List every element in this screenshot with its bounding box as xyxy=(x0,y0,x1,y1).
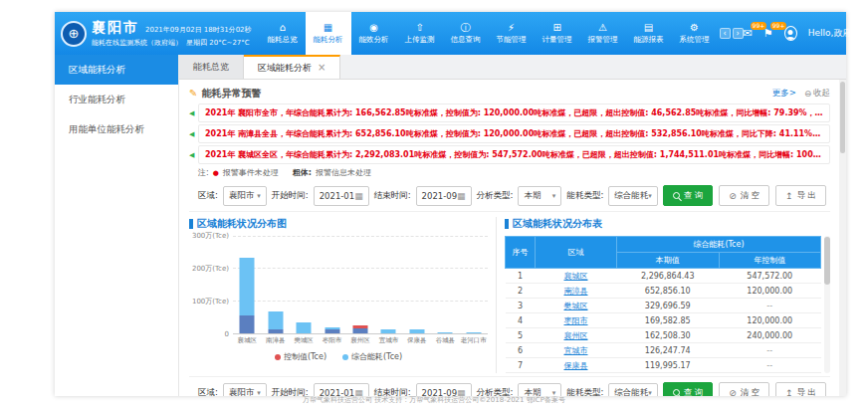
analysis-type-label: 分析类型: xyxy=(477,190,514,202)
bar-group xyxy=(460,236,488,333)
collapse-icon: ⊖ xyxy=(804,89,811,99)
cell-current-value: 329,696.59 xyxy=(617,299,720,313)
gauge-icon: ◉ xyxy=(369,23,378,33)
table-row: 3樊城区329,696.59-- xyxy=(506,299,821,313)
analysis-type-select[interactable]: 本期▾ xyxy=(518,186,561,206)
chart-legend: 控制值(Tce)综合能耗(Tce) xyxy=(189,351,488,362)
nav-item-label: 信息查询 xyxy=(451,35,481,45)
legend-item: 控制值(Tce) xyxy=(275,351,326,362)
cell-control-value: -- xyxy=(719,343,821,358)
region-link[interactable]: 樊城区 xyxy=(564,302,588,310)
table-row: 4枣阳市169,582.85120,000.00 xyxy=(506,313,821,328)
query-button[interactable]: 查 询 xyxy=(663,185,713,206)
region-link[interactable]: 宜城市 xyxy=(564,346,588,355)
region-link[interactable]: 保康县 xyxy=(564,361,588,370)
nav-item-info-query[interactable]: ⓘ信息查询 xyxy=(443,12,489,55)
clear-icon: ⊘ xyxy=(729,191,737,201)
content-scrollbar-thumb[interactable] xyxy=(840,82,845,153)
collapse-button[interactable]: ⊖ 收起 xyxy=(804,88,830,100)
cell-control-value: 240,000.00 xyxy=(719,328,821,343)
nav-item-efficiency-analysis[interactable]: ◉能效分析 xyxy=(351,12,397,55)
bar-segment xyxy=(409,329,424,333)
page: ⊕ 襄阳市 2021年09月02日 18时31分02秒 能耗在线监测系统（政府端… xyxy=(0,0,868,410)
clear-button[interactable]: ⊘清 空 xyxy=(719,382,769,396)
bar-group xyxy=(374,236,402,333)
cell-control-value: 547,572.00 xyxy=(719,269,821,284)
export-button[interactable]: ↥导 出 xyxy=(775,382,826,396)
tab-bar: 能耗总览 区域能耗分析 × xyxy=(179,55,846,80)
bar-segment xyxy=(352,328,367,333)
end-date-input[interactable]: 2021-09▦ xyxy=(416,383,472,397)
nav-item-label: 能源报表 xyxy=(634,35,664,45)
cell-seq: 1 xyxy=(506,269,536,284)
nav-prev-button[interactable]: ‹ xyxy=(720,28,731,39)
analysis-type-select[interactable]: 本期▾ xyxy=(518,383,561,397)
energy-type-select[interactable]: 综合能耗▾ xyxy=(608,383,658,397)
more-link[interactable]: 更多> xyxy=(772,88,796,100)
y-axis-tick: 300万(Tce) xyxy=(192,231,229,241)
start-date-input[interactable]: 2021-01▦ xyxy=(314,383,369,397)
bar-group xyxy=(431,236,459,333)
x-axis-label: 襄城区 xyxy=(233,334,261,345)
footer-text: 万帮气象科技运营公司 技术支持：万帮气象科技运营公司©2018-2021 鄂IC… xyxy=(0,395,868,405)
nav-item-alarm[interactable]: ⚠报警管理 xyxy=(580,12,626,55)
region-link[interactable]: 襄城区 xyxy=(564,272,588,281)
tab-region-analysis[interactable]: 区域能耗分析 × xyxy=(244,55,340,79)
avatar-icon[interactable] xyxy=(784,26,797,41)
city-title: 襄阳市 xyxy=(92,19,139,37)
x-axis-label: 南漳县 xyxy=(261,334,289,345)
sidebar-item[interactable]: 用能单位能耗分析 xyxy=(55,114,178,144)
chevron-down-icon: ▾ xyxy=(257,192,261,200)
tab-close-icon[interactable]: × xyxy=(318,57,326,79)
user-menu[interactable]: Hello,政府监管 ▾ xyxy=(808,27,868,40)
region-table: 序号 区域 综合能耗(Tce) 本期值 年控制值 xyxy=(505,236,821,373)
cell-current-value: 126,247.74 xyxy=(617,343,720,358)
nav-item-energy-analysis[interactable]: ▦能耗分析 xyxy=(306,12,351,55)
nav-item-label: 节能管理 xyxy=(497,35,527,45)
chevron-down-icon: ▾ xyxy=(552,192,556,200)
region-select[interactable]: 襄阳市▾ xyxy=(223,383,267,397)
energy-type-select[interactable]: 综合能耗▾ xyxy=(608,186,658,206)
message-icon[interactable]: ✉ 99+ xyxy=(744,27,753,40)
nav-item-metering[interactable]: ⊞计量管理 xyxy=(535,12,580,55)
region-link[interactable]: 枣阳市 xyxy=(564,316,588,325)
bar-segment xyxy=(325,329,339,333)
info-icon: ⓘ xyxy=(461,23,471,33)
main-panel: ✎ 能耗异常预警 更多> ⊖ 收起 ◀2021年 襄阳市全市，年综合能耗累计为:… xyxy=(179,80,846,396)
region-link[interactable]: 南漳县 xyxy=(564,287,588,296)
home-icon: ⌂ xyxy=(279,23,285,33)
top-header: ⊕ 襄阳市 2021年09月02日 18时31分02秒 能耗在线监测系统（政府端… xyxy=(55,12,846,55)
top-nav: ⌂能耗总览▦能耗分析◉能效分析⇧上传监测ⓘ信息查询⚡节能管理⊞计量管理⚠报警管理… xyxy=(260,12,718,55)
tab-energy-overview[interactable]: 能耗总览 xyxy=(179,55,244,79)
nav-item-energy-report[interactable]: ▤能源报表 xyxy=(626,12,672,55)
upload-icon: ⇧ xyxy=(415,23,423,33)
region-select[interactable]: 襄阳市▾ xyxy=(223,186,267,206)
calendar-icon: ▦ xyxy=(354,191,363,201)
bar-chart-icon: ▦ xyxy=(324,23,332,33)
sidebar: 区域能耗分析行业能耗分析用能单位能耗分析 xyxy=(55,55,179,396)
clear-button[interactable]: ⊘清 空 xyxy=(719,185,769,206)
alarm-icon: ⚠ xyxy=(598,23,607,33)
table-row: 1襄城区2,296,864.43547,572.00 xyxy=(506,269,821,284)
start-date-input[interactable]: 2021-01▦ xyxy=(314,186,369,206)
notification-icon[interactable]: ⚑ 99+ xyxy=(763,27,773,40)
nav-next-button[interactable]: › xyxy=(733,28,744,39)
nav-item-energy-overview[interactable]: ⌂能耗总览 xyxy=(260,12,306,55)
end-date-input[interactable]: 2021-09▦ xyxy=(416,186,472,206)
sidebar-item[interactable]: 区域能耗分析 xyxy=(55,55,178,85)
export-button[interactable]: ↥导 出 xyxy=(775,185,826,206)
table-row: 6宜城市126,247.74-- xyxy=(506,343,821,358)
cell-current-value: 162,508.30 xyxy=(617,328,720,343)
bar-segment xyxy=(438,332,453,333)
table-scrollbar-thumb[interactable] xyxy=(824,237,830,285)
report-icon: ▤ xyxy=(644,23,653,33)
sidebar-item[interactable]: 行业能耗分析 xyxy=(55,85,178,114)
end-time-label: 结束时间: xyxy=(374,190,411,202)
query-button[interactable]: 查 询 xyxy=(663,382,713,396)
x-axis-label: 樊城区 xyxy=(290,334,318,345)
nav-item-system[interactable]: ⚙系统管理 xyxy=(672,12,718,55)
region-link[interactable]: 襄州区 xyxy=(564,331,588,340)
nav-item-energy-saving[interactable]: ⚡节能管理 xyxy=(489,12,535,55)
nav-item-upload-monitor[interactable]: ⇧上传监测 xyxy=(397,12,443,55)
x-axis-label: 谷城县 xyxy=(431,334,459,345)
